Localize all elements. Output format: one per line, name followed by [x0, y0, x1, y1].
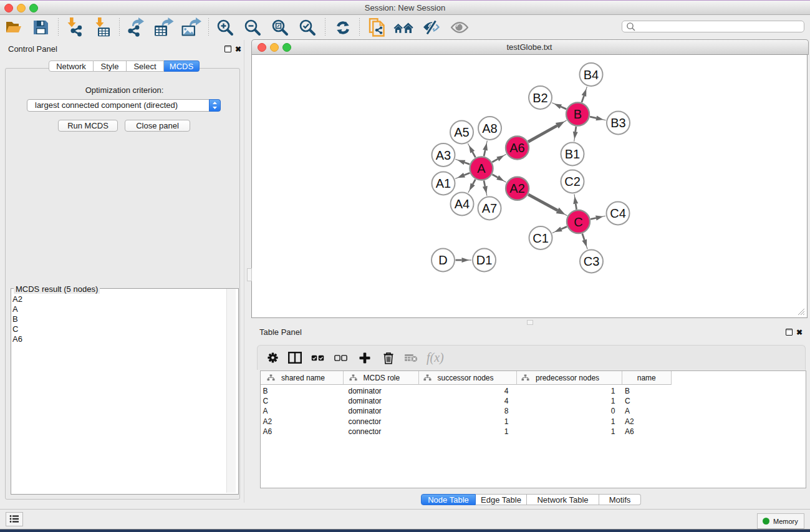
svg-text:B: B [574, 107, 582, 121]
svg-text:A7: A7 [482, 201, 497, 215]
svg-text:A1: A1 [436, 177, 451, 190]
svg-text:B4: B4 [584, 68, 599, 82]
svg-text:A4: A4 [455, 197, 470, 211]
svg-text:A5: A5 [454, 125, 469, 139]
svg-text:C1: C1 [533, 231, 549, 245]
svg-text:D1: D1 [476, 253, 493, 267]
svg-text:B2: B2 [533, 91, 547, 105]
svg-text:C3: C3 [584, 254, 600, 268]
svg-text:A6: A6 [509, 141, 524, 155]
svg-text:A2: A2 [509, 181, 524, 195]
svg-text:A3: A3 [436, 148, 451, 162]
svg-text:B1: B1 [565, 147, 580, 161]
svg-text:C4: C4 [610, 206, 626, 220]
svg-text:D: D [438, 253, 447, 267]
svg-text:C2: C2 [564, 175, 581, 188]
svg-text:A: A [477, 162, 486, 175]
svg-text:A8: A8 [482, 122, 497, 135]
svg-text:C: C [574, 215, 582, 229]
svg-text:B3: B3 [610, 116, 625, 130]
